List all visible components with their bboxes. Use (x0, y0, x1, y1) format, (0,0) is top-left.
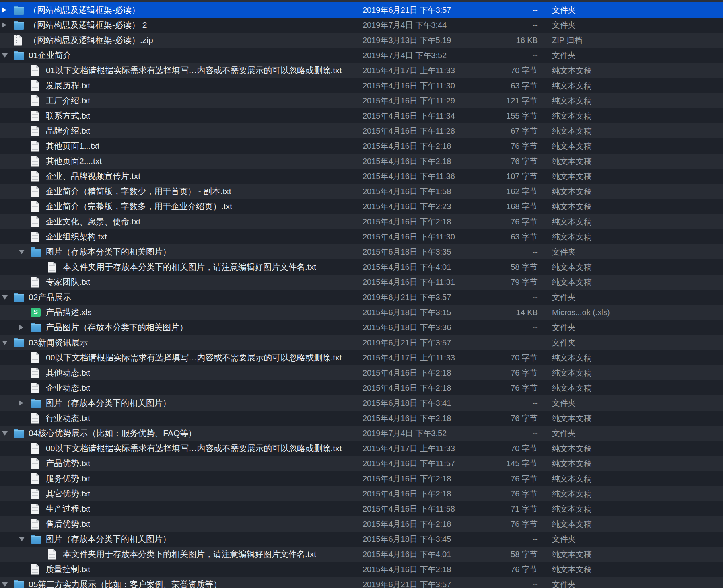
file-row[interactable]: 售后优势.txt 2015年4月16日 下午2:18 76 字节 纯文本文稿 (0, 516, 723, 532)
size-cell: -- (457, 290, 538, 305)
file-row[interactable]: 发展历程.txt 2015年4月16日 下午11:30 63 字节 纯文本文稿 (0, 78, 723, 93)
file-row[interactable]: 04核心优势展示（比如：服务优势、FAQ等） 2019年7月4日 下午3:52 … (0, 426, 723, 441)
file-row[interactable]: 图片（存放本分类下的相关图片） 2015年6月18日 下午3:45 -- 文件夹 (0, 532, 723, 547)
file-row[interactable]: （网站构思及逻辑框架-必读） 2019年6月21日 下午3:57 -- 文件夹 (0, 2, 723, 18)
disclosure-slot[interactable] (0, 53, 14, 58)
disclosure-slot[interactable] (17, 537, 31, 541)
kind-cell: 纯文本文稿 (552, 365, 592, 380)
file-name-area: （网站构思及逻辑框架-必读）.zip (0, 35, 153, 46)
file-row[interactable]: 企业简介（完整版，字数多，用于企业介绍页）.txt 2015年4月16日 下午2… (0, 199, 723, 214)
date-modified-cell: 2015年4月16日 下午11:36 (363, 169, 455, 184)
size-cell: 14 KB (457, 305, 538, 320)
file-row[interactable]: 本文件夹用于存放本分类下的相关图片，请注意编辑好图片文件名.txt 2015年4… (0, 547, 723, 562)
file-row[interactable]: 00以下文档请根据实际需求有选择填写…内容或不需要展示的可以忽略或删除.txt … (0, 441, 723, 456)
file-name-label: 产品描述.xls (46, 307, 92, 318)
size-cell: 70 字节 (457, 63, 538, 78)
disclosure-slot[interactable] (17, 400, 31, 406)
file-name-area: 其他页面1...txt (0, 140, 99, 152)
disclosure-slot[interactable] (17, 250, 31, 254)
file-row[interactable]: 质量控制.txt 2015年4月16日 下午2:18 76 字节 纯文本文稿 (0, 562, 723, 577)
file-row[interactable]: 生产过程.txt 2015年4月16日 下午11:58 71 字节 纯文本文稿 (0, 501, 723, 516)
file-row[interactable]: 图片（存放本分类下的相关图片） 2015年6月18日 下午3:41 -- 文件夹 (0, 395, 723, 411)
file-row[interactable]: 服务优势.txt 2015年4月16日 下午2:18 76 字节 纯文本文稿 (0, 471, 723, 486)
file-row[interactable]: 企业文化、愿景、使命.txt 2015年4月16日 下午2:18 76 字节 纯… (0, 214, 723, 229)
file-row[interactable]: 05第三方实力展示（比如：客户案例、荣誉资质等） 2019年6月21日 下午3:… (0, 577, 723, 588)
indent-spacer (0, 539, 17, 539)
size-cell: -- (457, 395, 538, 411)
file-row[interactable]: 行业动态.txt 2015年4月16日 下午2:18 76 字节 纯文本文稿 (0, 411, 723, 426)
disclosure-slot[interactable] (0, 341, 14, 345)
disclosure-triangle-icon[interactable] (19, 400, 23, 406)
file-name-area: 产品图片（存放本分类下的相关图片） (0, 322, 188, 333)
file-name-area: 图片（存放本分类下的相关图片） (0, 246, 171, 257)
file-icon-slot (31, 80, 46, 91)
disclosure-triangle-icon[interactable] (2, 53, 8, 58)
file-row[interactable]: 本文件夹用于存放本分类下的相关图片，请注意编辑好图片文件名.txt 2015年4… (0, 259, 723, 275)
disclosure-triangle-icon[interactable] (19, 537, 25, 541)
file-icon-slot (31, 519, 46, 530)
disclosure-slot[interactable] (0, 295, 14, 300)
file-row[interactable]: 专家团队.txt 2015年4月16日 下午11:31 79 字节 纯文本文稿 (0, 275, 723, 290)
date-modified-cell: 2015年6月18日 下午3:45 (363, 532, 451, 547)
file-row[interactable]: 产品优势.txt 2015年4月16日 下午11:57 145 字节 纯文本文稿 (0, 456, 723, 471)
disclosure-slot[interactable] (0, 22, 14, 28)
file-icon-slot (31, 399, 46, 408)
text-file-icon (31, 111, 39, 121)
file-row[interactable]: 产品图片（存放本分类下的相关图片） 2015年6月18日 下午3:36 -- 文… (0, 320, 723, 335)
file-row[interactable]: 其他页面2....txt 2015年4月16日 下午2:18 76 字节 纯文本… (0, 154, 723, 169)
disclosure-triangle-icon[interactable] (2, 582, 8, 587)
file-name-area: 本文件夹用于存放本分类下的相关图片，请注意编辑好图片文件名.txt (0, 549, 316, 560)
disclosure-triangle-icon[interactable] (2, 431, 8, 436)
file-row[interactable]: 03新闻资讯展示 2019年6月21日 下午3:57 -- 文件夹 (0, 335, 723, 350)
file-row[interactable]: 01以下文档请根据实际需求有选择填写…内容或不需要展示的可以忽略或删除.txt … (0, 63, 723, 78)
file-name-area: 04核心优势展示（比如：服务优势、FAQ等） (0, 428, 196, 439)
file-row[interactable]: 企业、品牌视频宣传片.txt 2015年4月16日 下午11:36 107 字节… (0, 169, 723, 184)
file-row[interactable]: 01企业简介 2019年7月4日 下午3:52 -- 文件夹 (0, 48, 723, 63)
date-modified-cell: 2015年4月16日 下午2:23 (363, 199, 451, 214)
folder-icon (14, 581, 24, 588)
file-row[interactable]: 其他页面1...txt 2015年4月16日 下午2:18 76 字节 纯文本文… (0, 138, 723, 154)
indent-spacer (0, 554, 34, 555)
text-file-icon (31, 368, 39, 378)
file-row[interactable]: 其它优势.txt 2015年4月16日 下午2:18 76 字节 纯文本文稿 (0, 486, 723, 501)
disclosure-slot[interactable] (0, 431, 14, 436)
disclosure-triangle-icon[interactable] (2, 295, 8, 300)
file-row[interactable]: （网站构思及逻辑框架-必读） 2 2019年7月4日 下午3:44 -- 文件夹 (0, 18, 723, 33)
size-cell: -- (457, 426, 538, 441)
file-name-area: 产品优势.txt (0, 458, 90, 469)
text-file-icon (31, 519, 39, 530)
file-name-label: 企业简介（完整版，字数多，用于企业介绍页）.txt (46, 201, 232, 212)
date-modified-cell: 2015年4月16日 下午2:18 (363, 154, 451, 169)
disclosure-triangle-icon[interactable] (2, 7, 6, 13)
file-icon-slot (31, 111, 46, 121)
file-name-label: 行业动态.txt (46, 413, 90, 424)
disclosure-triangle-icon[interactable] (19, 250, 25, 254)
file-row[interactable]: 工厂介绍.txt 2015年4月16日 下午11:29 121 字节 纯文本文稿 (0, 93, 723, 108)
file-row[interactable]: 企业组织架构.txt 2015年4月16日 下午11:30 63 字节 纯文本文… (0, 229, 723, 244)
disclosure-slot[interactable] (17, 325, 31, 330)
disclosure-slot[interactable] (0, 7, 14, 13)
file-row[interactable]: （网站构思及逻辑框架-必读）.zip 2019年3月13日 下午5:19 16 … (0, 33, 723, 48)
file-row[interactable]: 企业动态.txt 2015年4月16日 下午2:18 76 字节 纯文本文稿 (0, 380, 723, 395)
file-row[interactable]: 其他动态.txt 2015年4月16日 下午2:18 76 字节 纯文本文稿 (0, 365, 723, 380)
file-row[interactable]: 联系方式.txt 2015年4月16日 下午11:34 155 字节 纯文本文稿 (0, 108, 723, 123)
folder-icon (14, 339, 24, 347)
kind-cell: 纯文本文稿 (552, 154, 592, 169)
file-row[interactable]: 02产品展示 2019年6月21日 下午3:57 -- 文件夹 (0, 290, 723, 305)
kind-cell: 纯文本文稿 (552, 562, 592, 577)
text-file-icon (31, 277, 39, 288)
file-name-label: 图片（存放本分类下的相关图片） (46, 246, 171, 257)
file-row[interactable]: 00以下文档请根据实际需求有选择填写…内容或不需要展示的可以忽略或删除.txt … (0, 350, 723, 365)
file-icon-slot (31, 323, 46, 332)
file-row[interactable]: 企业简介（精简版，字数少，用于首页） - 副本.txt 2015年4月16日 下… (0, 184, 723, 199)
file-row[interactable]: 品牌介绍.txt 2015年4月16日 下午11:28 67 字节 纯文本文稿 (0, 123, 723, 138)
disclosure-triangle-icon[interactable] (2, 341, 8, 345)
disclosure-triangle-icon[interactable] (19, 325, 23, 330)
size-cell: 58 字节 (457, 547, 538, 562)
file-row[interactable]: S 产品描述.xls 2015年6月18日 下午3:15 14 KB Micro… (0, 305, 723, 320)
kind-cell: 纯文本文稿 (552, 214, 592, 229)
file-name-label: 企业、品牌视频宣传片.txt (46, 171, 140, 182)
disclosure-triangle-icon[interactable] (2, 22, 6, 28)
disclosure-slot[interactable] (0, 582, 14, 587)
file-row[interactable]: 图片（存放本分类下的相关图片） 2015年6月18日 下午3:35 -- 文件夹 (0, 244, 723, 259)
